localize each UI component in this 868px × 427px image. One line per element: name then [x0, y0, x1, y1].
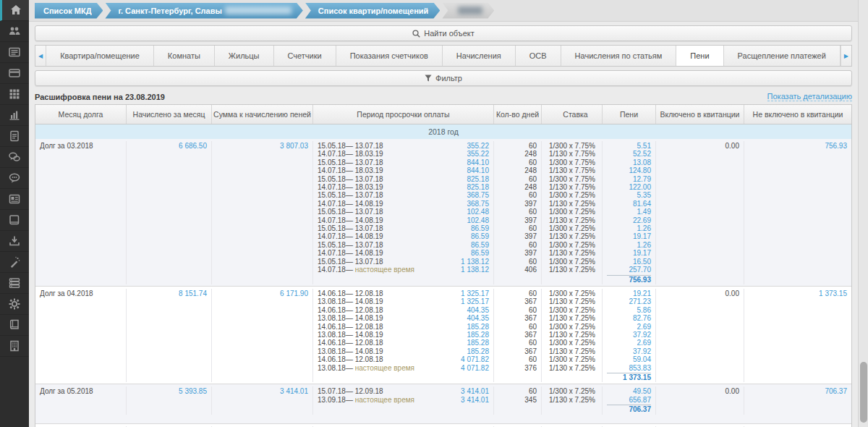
sidebar-item-credit-card[interactable] [0, 63, 29, 84]
not-included-in-receipts-link[interactable]: 1 373.15 [744, 289, 851, 382]
penalty-value-link[interactable]: 122.00 [607, 183, 651, 191]
penalty-value-link[interactable]: 81.64 [607, 200, 651, 208]
accrued-amount-link[interactable]: 6 686.50 [127, 141, 212, 284]
sidebar-item-server[interactable] [0, 273, 29, 294]
penalty-value-link[interactable]: 82.76 [607, 314, 651, 322]
penalty-value-link[interactable]: 5.51 [607, 142, 651, 150]
tab-6[interactable]: Начисления [443, 46, 516, 66]
period-amount-link[interactable]: 185.28 [467, 347, 489, 355]
accrued-amount-link[interactable]: 8 151.74 [127, 289, 212, 382]
tab-2[interactable]: Комнаты [154, 46, 215, 66]
period-amount-link[interactable]: 86.59 [471, 241, 489, 249]
penalty-value-link[interactable]: 1.26 [607, 224, 651, 232]
sidebar-item-wand[interactable] [0, 252, 29, 273]
period-amount-link[interactable]: 368.75 [467, 200, 489, 208]
sidebar-item-book[interactable] [0, 210, 29, 231]
period-amount-link[interactable]: 1 138.12 [461, 266, 489, 274]
period-amount-link[interactable]: 825.18 [467, 175, 489, 183]
show-detail-link[interactable]: Показать детализацию [767, 92, 852, 101]
tab-5[interactable]: Показания счетчиков [336, 46, 443, 66]
tab-7[interactable]: ОСВ [516, 46, 561, 66]
period-amount-link[interactable]: 86.59 [471, 224, 489, 232]
scrollbar-thumb[interactable] [860, 362, 867, 423]
penalty-value-link[interactable]: 37.92 [607, 331, 651, 339]
penalty-base-link[interactable]: 3 807.03 [212, 141, 313, 284]
tab-8[interactable]: Начисления по статьям [561, 46, 677, 66]
period-amount-link[interactable]: 404.35 [467, 306, 489, 314]
period-amount-link[interactable]: 3 414.01 [461, 396, 489, 404]
sidebar-item-comment[interactable] [0, 168, 29, 189]
sidebar-item-grid[interactable] [0, 84, 29, 105]
sidebar-item-home[interactable] [0, 0, 29, 21]
not-included-in-receipts-link[interactable]: 756.93 [744, 141, 851, 284]
accrued-amount-link[interactable]: 5 393.85 [127, 386, 212, 414]
period-amount-link[interactable]: 355.22 [467, 150, 489, 158]
tab-10[interactable]: Расщепление платежей [724, 46, 841, 66]
penalty-value-link[interactable]: 16.50 [607, 258, 651, 266]
not-included-in-receipts-link[interactable]: 706.37 [744, 386, 851, 414]
period-amount-link[interactable]: 3 414.01 [461, 387, 489, 395]
period-amount-link[interactable]: 825.18 [467, 183, 489, 191]
period-amount-link[interactable]: 102.48 [467, 208, 489, 216]
penalty-total-link[interactable]: 756.93 [607, 275, 651, 284]
penalty-value-link[interactable]: 37.92 [607, 347, 651, 355]
period-amount-link[interactable]: 368.75 [467, 191, 489, 199]
period-amount-link[interactable]: 185.28 [467, 331, 489, 339]
period-amount-link[interactable]: 844.10 [467, 166, 489, 174]
breadcrumb-item-3[interactable]: Список квартир/помещений [305, 3, 441, 19]
penalty-value-link[interactable]: 2.69 [607, 323, 651, 331]
sidebar-item-document[interactable] [0, 126, 29, 147]
breadcrumb-item-1[interactable]: Список МКД [35, 3, 103, 19]
penalty-value-link[interactable]: 19.21 [607, 289, 651, 297]
penalty-value-link[interactable]: 5.35 [607, 191, 651, 199]
filter-button[interactable]: Фильтр [35, 70, 852, 86]
penalty-value-link[interactable]: 59.04 [607, 355, 651, 363]
period-amount-link[interactable]: 102.48 [467, 216, 489, 224]
penalty-value-link[interactable]: 19.17 [607, 232, 651, 240]
tab-9[interactable]: Пени [676, 46, 723, 66]
sidebar-item-list[interactable] [0, 42, 29, 63]
penalty-value-link[interactable]: 52.52 [607, 150, 651, 158]
period-amount-link[interactable]: 844.10 [467, 158, 489, 166]
penalty-value-link[interactable]: 1.26 [607, 241, 651, 249]
sidebar-item-bar-chart[interactable] [0, 105, 29, 126]
sidebar-item-download[interactable] [0, 231, 29, 252]
period-amount-link[interactable]: 1 138.12 [461, 258, 489, 266]
sidebar-item-users[interactable] [0, 21, 29, 42]
tabs-scroll-right-icon[interactable]: ▶ [841, 46, 851, 66]
penalty-total-link[interactable]: 1 373.15 [607, 373, 651, 381]
breadcrumb-item-2[interactable]: г. Санкт-Петербург, Славы [105, 3, 302, 19]
penalty-value-link[interactable]: 22.69 [607, 216, 651, 224]
sidebar-item-building[interactable] [0, 336, 29, 357]
period-amount-link[interactable]: 404.35 [467, 314, 489, 322]
period-amount-link[interactable]: 355.22 [467, 142, 489, 150]
penalty-total-link[interactable]: 706.37 [607, 405, 651, 413]
tab-1[interactable]: Квартира/помещение [46, 46, 154, 66]
penalty-value-link[interactable]: 2.69 [607, 339, 651, 347]
penalty-value-link[interactable]: 5.86 [607, 306, 651, 314]
sidebar-item-gear[interactable] [0, 294, 29, 315]
period-amount-link[interactable]: 86.59 [471, 249, 489, 257]
penalty-value-link[interactable]: 124.80 [607, 166, 651, 174]
sidebar-item-news[interactable] [0, 189, 29, 210]
period-amount-link[interactable]: 4 071.82 [461, 355, 489, 363]
tabs-scroll-left-icon[interactable]: ◀ [35, 46, 46, 66]
penalty-value-link[interactable]: 49.50 [607, 387, 651, 395]
find-object-button[interactable]: Найти объект [35, 25, 852, 41]
penalty-value-link[interactable]: 13.08 [607, 158, 651, 166]
period-amount-link[interactable]: 1 325.17 [461, 297, 489, 305]
penalty-base-link[interactable]: 6 171.90 [212, 289, 313, 382]
penalty-value-link[interactable]: 19.17 [607, 249, 651, 257]
sidebar-item-journal[interactable] [0, 315, 29, 336]
period-amount-link[interactable]: 1 325.17 [461, 289, 489, 297]
penalty-value-link[interactable]: 1.49 [607, 208, 651, 216]
sidebar-item-chat[interactable] [0, 147, 29, 168]
period-amount-link[interactable]: 4 071.82 [461, 364, 489, 372]
penalty-base-link[interactable]: 3 414.01 [212, 386, 313, 414]
penalty-value-link[interactable]: 12.79 [607, 175, 651, 183]
penalty-value-link[interactable]: 271.23 [607, 297, 651, 305]
tab-4[interactable]: Счетчики [274, 46, 336, 66]
period-amount-link[interactable]: 185.28 [467, 339, 489, 347]
period-amount-link[interactable]: 86.59 [471, 232, 489, 240]
tab-3[interactable]: Жильцы [215, 46, 274, 66]
